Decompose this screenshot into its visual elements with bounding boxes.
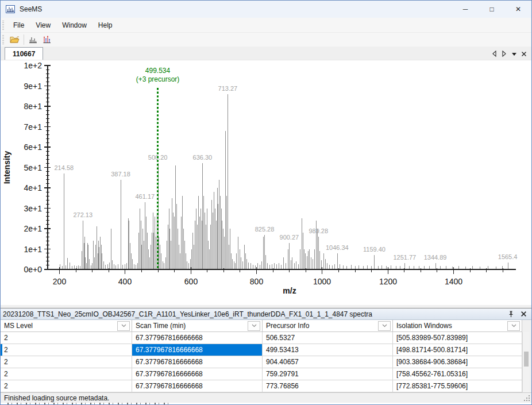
app-bar-chart-icon xyxy=(6,5,15,14)
table-cell[interactable]: 2 xyxy=(1,344,132,356)
tab-scroll-left-button[interactable] xyxy=(490,49,499,58)
tab-list-icon xyxy=(511,52,517,56)
peak-label: 713.27 xyxy=(218,85,238,92)
svg-text:8e+1: 8e+1 xyxy=(24,102,42,111)
table-cell[interactable]: 2 xyxy=(1,356,132,368)
column-header-label: Scan Time (min) xyxy=(136,322,248,330)
svg-text:(+3 precursor): (+3 precursor) xyxy=(136,75,180,83)
annotated-spectrum-icon xyxy=(43,36,52,44)
table-cell[interactable]: [498.81714-500.81714] xyxy=(393,344,522,356)
svg-text:7e+1: 7e+1 xyxy=(24,122,42,132)
table-cell[interactable]: 499.53413 xyxy=(263,344,393,356)
peak-label: 636.30 xyxy=(193,154,213,161)
peak-label: 825.28 xyxy=(255,226,275,233)
table-cell[interactable]: [772.85381-775.59606] xyxy=(393,380,522,392)
column-header-ms-level[interactable]: MS Level xyxy=(1,320,132,332)
menu-item-view[interactable]: View xyxy=(30,20,56,31)
toolbar-separator xyxy=(24,34,24,45)
menubar-grip[interactable] xyxy=(2,21,4,30)
maximize-button[interactable]: □ xyxy=(479,1,505,18)
x-axis-title: m/z xyxy=(283,286,296,295)
table-cell[interactable]: 67.377967816666668 xyxy=(132,380,263,392)
table-cell[interactable]: [758.45562-761.05316] xyxy=(393,368,522,380)
table-cell[interactable]: 67.377967816666668 xyxy=(132,356,263,368)
peak-label: 214.58 xyxy=(55,164,74,171)
svg-text:0e+0: 0e+0 xyxy=(24,265,42,274)
tab-close-button[interactable] xyxy=(519,49,528,58)
column-header-label: MS Level xyxy=(4,322,117,330)
table-row: 267.377967816666668904.40657[903.38684-9… xyxy=(1,356,531,368)
svg-text:6e+1: 6e+1 xyxy=(24,142,42,152)
table-cell[interactable]: 904.40657 xyxy=(263,356,393,368)
close-icon xyxy=(521,51,527,57)
svg-text:800: 800 xyxy=(250,277,264,286)
tab-list-button[interactable] xyxy=(510,49,518,58)
table-cell[interactable]: 759.29791 xyxy=(263,368,393,380)
menu-item-file[interactable]: File xyxy=(7,20,30,31)
tab-spectrum-110667[interactable]: 110667 xyxy=(5,47,43,60)
peak-label: 900.27 xyxy=(280,234,299,241)
table-cell[interactable]: 67.377967816666668 xyxy=(132,368,263,380)
window-title: SeeMS xyxy=(20,5,42,13)
spectrum-peaks xyxy=(60,94,508,269)
column-header-label: Precursor Info xyxy=(266,322,378,330)
mass-spectrum-chart[interactable]: 0e+01e+12e+13e+14e+15e+16e+17e+18e+19e+1… xyxy=(1,60,531,305)
peak-label: 387.18 xyxy=(111,171,130,178)
toolbar-grip[interactable] xyxy=(2,35,4,44)
spectra-panel-header[interactable]: 20231208_TTS1_Neo_25cmIO_OBJ42567_C1R_A1… xyxy=(1,308,531,320)
resize-grip-icon[interactable] xyxy=(523,395,530,402)
svg-text:5e+1: 5e+1 xyxy=(24,163,42,172)
column-filter-dropdown[interactable] xyxy=(248,321,260,331)
column-header-scan-time-min-[interactable]: Scan Time (min) xyxy=(132,320,263,332)
column-filter-dropdown[interactable] xyxy=(507,321,520,331)
table-row: 267.377967816666668499.53413[498.81714-5… xyxy=(1,344,531,356)
open-file-button[interactable] xyxy=(7,33,21,46)
svg-text:400: 400 xyxy=(118,277,132,286)
column-filter-dropdown[interactable] xyxy=(378,321,391,331)
background-window-sliver xyxy=(1,403,531,404)
svg-text:3e+1: 3e+1 xyxy=(24,204,42,213)
column-header-isolation-windows[interactable]: Isolation Windows xyxy=(393,320,522,332)
close-button[interactable]: ✕ xyxy=(505,1,531,18)
table-cell[interactable]: 506.5327 xyxy=(263,332,393,344)
table-row: 267.377967816666668506.5327[505.83989-50… xyxy=(1,332,531,344)
table-cell[interactable]: 67.377967816666668 xyxy=(132,332,263,344)
close-panel-button[interactable] xyxy=(519,310,528,319)
tab-scroll-right-button[interactable] xyxy=(500,49,508,58)
chevron-down-icon xyxy=(252,324,257,327)
table-row: 267.377967816666668773.76856[772.85381-7… xyxy=(1,380,531,392)
scroll-left-icon xyxy=(492,51,497,57)
annotated-spectrum-button[interactable] xyxy=(40,33,54,46)
column-filter-dropdown[interactable] xyxy=(117,321,130,331)
svg-text:1000: 1000 xyxy=(313,277,331,286)
spectra-panel-title: 20231208_TTS1_Neo_25cmIO_OBJ42567_C1R_A1… xyxy=(3,310,372,318)
peak-label: 989.28 xyxy=(309,227,328,234)
chevron-down-icon xyxy=(382,324,387,327)
table-cell[interactable]: 773.76856 xyxy=(263,380,393,392)
svg-text:1e+1: 1e+1 xyxy=(24,245,42,254)
chart-panel: 0e+01e+12e+13e+14e+15e+16e+17e+18e+19e+1… xyxy=(1,60,531,305)
table-cell[interactable]: 2 xyxy=(1,332,132,344)
peak-label: 272.13 xyxy=(73,211,92,218)
table-cell[interactable]: [903.38684-906.38684] xyxy=(393,356,522,368)
scrollbar-thumb[interactable] xyxy=(524,352,529,367)
pin-panel-button[interactable] xyxy=(506,310,515,319)
menu-item-help[interactable]: Help xyxy=(92,20,118,31)
table-cell[interactable]: [505.83989-507.83989] xyxy=(393,332,522,344)
table-cell[interactable]: 2 xyxy=(1,368,132,380)
column-header-label: Isolation Windows xyxy=(396,322,507,330)
spectrum-view-button[interactable] xyxy=(26,33,40,46)
title-bar[interactable]: SeeMS ─ □ ✕ xyxy=(1,1,531,18)
table-cell[interactable]: 2 xyxy=(1,380,132,392)
table-row: 267.377967816666668759.29791[758.45562-7… xyxy=(1,368,531,380)
minimize-button[interactable]: ─ xyxy=(452,1,479,18)
table-vertical-scrollbar[interactable] xyxy=(522,332,530,392)
chevron-down-icon xyxy=(121,324,126,327)
peak-label: 1344.89 xyxy=(424,254,447,261)
peak-label: 1046.34 xyxy=(326,244,349,251)
peak-label: 461.17 xyxy=(135,193,155,200)
status-text: Finished loading source metadata. xyxy=(1,394,523,402)
menu-item-window[interactable]: Window xyxy=(56,20,92,31)
column-header-precursor-info[interactable]: Precursor Info xyxy=(263,320,393,332)
table-cell[interactable]: 67.377967816666668 xyxy=(132,344,263,356)
